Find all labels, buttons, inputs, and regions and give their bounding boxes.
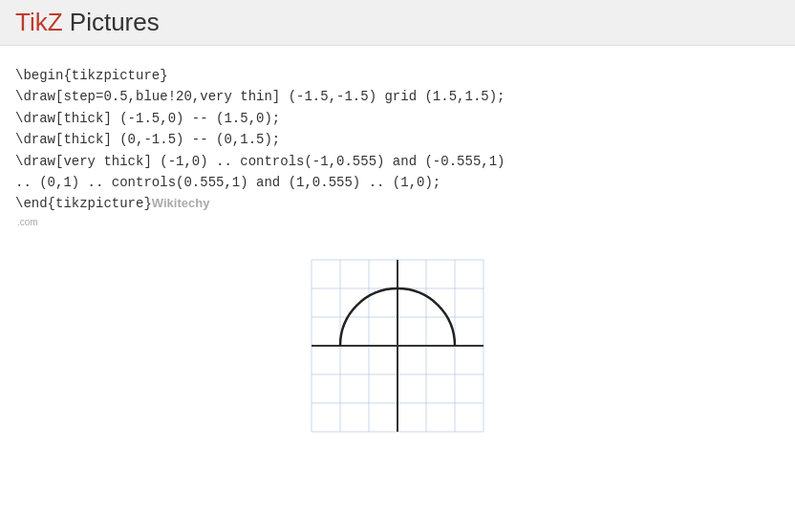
code-block: \begin{tikzpicture} \draw[step=0.5,blue!… — [15, 65, 780, 230]
title-z: Z — [48, 8, 63, 36]
page-header: TikZ Pictures — [0, 0, 795, 46]
code-line-1: \begin{tikzpicture} \draw[step=0.5,blue!… — [15, 68, 505, 211]
tikz-diagram — [297, 245, 498, 446]
page-title: TikZ Pictures — [15, 8, 780, 37]
page: TikZ Pictures \begin{tikzpicture} \draw[… — [0, 0, 795, 532]
main-content: \begin{tikzpicture} \draw[step=0.5,blue!… — [0, 46, 795, 461]
diagram-container — [15, 245, 780, 446]
title-tik: Tik — [15, 8, 48, 36]
watermark-text: Wikitechy — [152, 196, 210, 210]
title-rest: Pictures — [63, 8, 160, 36]
watermark-com: .com — [17, 215, 780, 230]
